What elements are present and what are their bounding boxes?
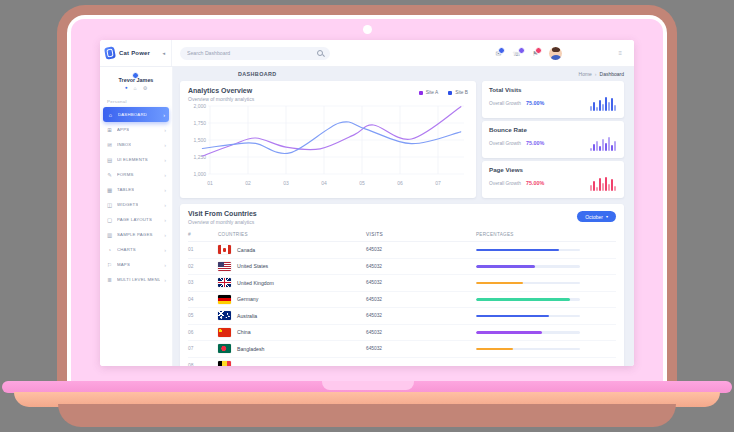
stat-card-title: Total Visits xyxy=(489,86,617,93)
percentage-bar-track xyxy=(476,348,580,351)
layout-icon: ▢ xyxy=(106,217,113,223)
row-visits: 645032 xyxy=(366,264,476,269)
col-percentages: PERCENTAGES xyxy=(476,232,616,237)
legend-item-site-b[interactable]: Site B xyxy=(448,90,468,95)
grid-icon: ⊞ xyxy=(106,127,113,133)
table-row[interactable]: 07Bangladesh645032 xyxy=(188,341,616,358)
sidebar-item-widgets[interactable]: ◫WIDGETS› xyxy=(100,197,172,212)
table-row[interactable]: 04Germany645032 xyxy=(188,292,616,309)
canada-flag-icon xyxy=(218,245,231,254)
svg-text:07: 07 xyxy=(435,180,441,186)
stat-growth-label: Overall Growth xyxy=(489,141,521,146)
sidebar-item-sample-pages[interactable]: ▥SAMPLE PAGES› xyxy=(100,227,172,242)
table-row[interactable]: 08 xyxy=(188,358,616,367)
united-states-flag-icon xyxy=(218,262,231,271)
country-name: Bangladesh xyxy=(237,346,264,352)
chevron-right-icon: › xyxy=(164,217,166,223)
table-row[interactable]: 02United States645032 xyxy=(188,259,616,276)
sidebar-collapse-icon[interactable]: ◄ xyxy=(162,51,166,56)
percentage-bar xyxy=(476,298,570,301)
line-chart: 2,0001,7501,5001,2501,00001020304050607 xyxy=(188,102,468,190)
row-country: Germany xyxy=(218,295,366,304)
sidebar-item-dashboard[interactable]: ⌂DASHBOARD› xyxy=(103,107,169,122)
percentage-bar xyxy=(476,282,523,285)
search-icon[interactable] xyxy=(317,50,323,56)
topbar-avatar[interactable] xyxy=(549,47,562,60)
chevron-right-icon: › xyxy=(164,142,166,148)
row-index: 08 xyxy=(188,363,218,366)
sidebar-item-charts[interactable]: ◔CHARTS› xyxy=(100,242,172,257)
logo-text: Cat Power xyxy=(119,50,150,56)
inbox-icon: ✉ xyxy=(106,142,113,148)
sidebar-item-multi-level-menu[interactable]: ≣MULTI LEVEL MENU› xyxy=(100,272,172,287)
legend-label: Site B xyxy=(455,90,468,95)
legend-swatch xyxy=(419,91,423,95)
col-visits: VISITS xyxy=(366,232,476,237)
menu-icon: ≣ xyxy=(106,277,113,283)
country-name: United Kingdom xyxy=(237,280,274,286)
mini-bar-chart xyxy=(590,137,616,151)
svg-text:2,000: 2,000 xyxy=(193,103,206,109)
percentage-bar xyxy=(476,265,535,268)
table-row[interactable]: 01Canada645032 xyxy=(188,242,616,259)
chevron-down-icon: ▾ xyxy=(606,214,608,219)
germany-flag-icon xyxy=(218,295,231,304)
chevron-right-icon: › xyxy=(164,202,166,208)
row-country: Australia xyxy=(218,311,366,320)
laptop-base-notch xyxy=(322,381,414,390)
row-country xyxy=(218,361,366,366)
table-row[interactable]: 03United Kingdom645032 xyxy=(188,275,616,292)
chart-legend: Site ASite B xyxy=(419,90,468,95)
sidebar: Trevor James ● ⌂ ⚙ Personal ⌂DASHBOARD›⊞… xyxy=(100,67,173,366)
sidebar-item-forms[interactable]: ✎FORMS› xyxy=(100,167,172,182)
laptop-screen-bezel: Cat Power ◄ ✉☏⚑ ≡ xyxy=(71,19,663,384)
month-select-button[interactable]: October ▾ xyxy=(577,211,616,222)
row-index: 04 xyxy=(188,297,218,302)
svg-text:1,000: 1,000 xyxy=(193,171,206,177)
mini-bar-chart xyxy=(590,177,616,191)
svg-text:01: 01 xyxy=(207,180,213,186)
home-icon: ⌂ xyxy=(107,112,114,118)
svg-text:1,750: 1,750 xyxy=(193,120,206,126)
webcam-dot xyxy=(363,25,372,34)
page-title: DASHBOARD xyxy=(238,71,277,77)
stat-card-page-views: Page ViewsOverall Growth75.00% xyxy=(482,161,624,198)
legend-item-site-a[interactable]: Site A xyxy=(419,90,439,95)
row-percentage xyxy=(476,265,616,268)
online-status-dot xyxy=(132,72,139,79)
search-input[interactable] xyxy=(187,50,313,56)
sidebar-item-maps[interactable]: ⚐MAPS› xyxy=(100,257,172,272)
australia-flag-icon xyxy=(218,311,231,320)
topbar-menu-icon[interactable]: ≡ xyxy=(618,50,634,56)
country-name: Australia xyxy=(237,313,257,319)
breadcrumb-home[interactable]: Home xyxy=(579,71,592,77)
table-row[interactable]: 05Australia645032 xyxy=(188,308,616,325)
sidebar-item-tables[interactable]: ▦TABLES› xyxy=(100,182,172,197)
notification-button[interactable]: ☏ xyxy=(512,50,521,57)
sidebar-item-apps[interactable]: ⊞APPS› xyxy=(100,122,172,137)
stat-growth-value: 75.00% xyxy=(526,140,544,146)
message-button[interactable]: ✉ xyxy=(496,50,502,57)
sidebar-item-label: CHARTS xyxy=(117,247,136,252)
countries-title: Visit From Countries xyxy=(188,210,616,217)
table-row[interactable]: 06China645032 xyxy=(188,325,616,342)
laptop-screen-ring: Cat Power ◄ ✉☏⚑ ≡ xyxy=(67,15,667,384)
stat-card-bounce-rate: Bounce RateOverall Growth75.00% xyxy=(482,121,624,158)
search-bar[interactable] xyxy=(180,47,330,60)
laptop-screen-shell: Cat Power ◄ ✉☏⚑ ≡ xyxy=(57,5,677,384)
row-index: 05 xyxy=(188,313,218,318)
sidebar-item-page-layouts[interactable]: ▢PAGE LAYOUTS› xyxy=(100,212,172,227)
row-percentage xyxy=(476,315,616,318)
alert-button[interactable]: ⚑ xyxy=(532,50,538,57)
stat-card-total-visits: Total VisitsOverall Growth75.00% xyxy=(482,81,624,118)
sidebar-item-inbox[interactable]: ✉INBOX› xyxy=(100,137,172,152)
svg-text:04: 04 xyxy=(321,180,327,186)
sidebar-item-ui-elements[interactable]: ▤UI ELEMENTS› xyxy=(100,152,172,167)
country-name: Canada xyxy=(237,247,255,253)
row-visits: 645032 xyxy=(366,346,476,351)
svg-text:1,500: 1,500 xyxy=(193,137,206,143)
stat-growth-label: Overall Growth xyxy=(489,101,521,106)
sidebar-item-label: APPS xyxy=(117,127,129,132)
row-index: 03 xyxy=(188,280,218,285)
mini-bar-chart xyxy=(590,97,616,111)
